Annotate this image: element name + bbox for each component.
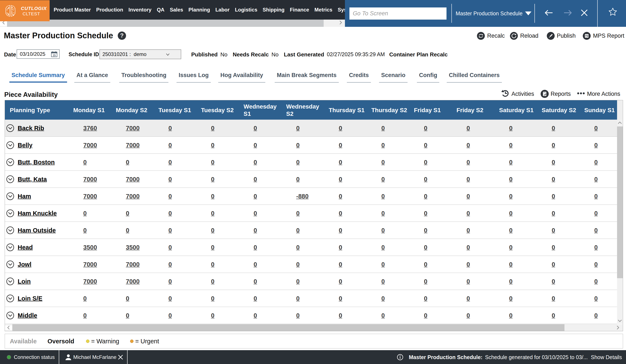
- svg-text:15: 15: [53, 54, 56, 57]
